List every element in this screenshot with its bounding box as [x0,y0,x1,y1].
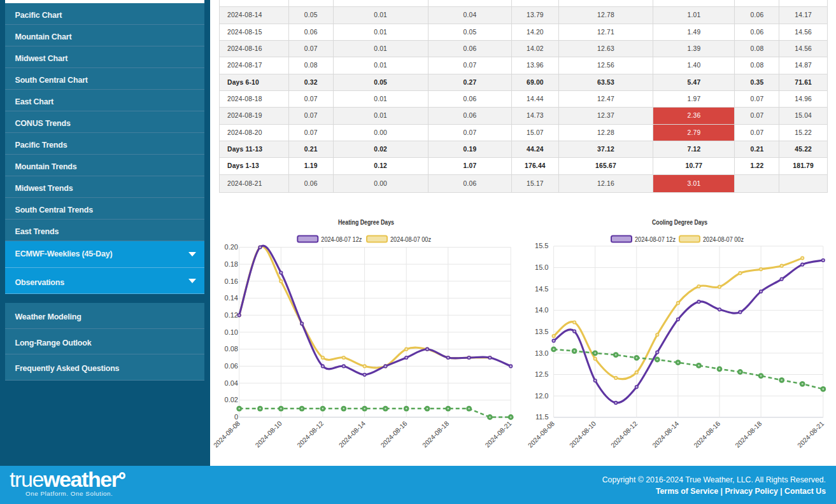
svg-text:2024-08-08: 2024-08-08 [212,419,242,449]
svg-text:0.16: 0.16 [225,277,238,285]
svg-text:15.0: 15.0 [535,263,548,271]
svg-text:2024-08-16: 2024-08-16 [692,419,722,449]
svg-text:0.06: 0.06 [225,362,238,370]
svg-text:12.0: 12.0 [535,392,548,400]
svg-text:2024-08-10: 2024-08-10 [568,419,598,449]
svg-text:2024-08-18: 2024-08-18 [421,419,451,449]
svg-text:2024-08-21: 2024-08-21 [796,419,826,449]
svg-text:14.5: 14.5 [535,285,548,293]
svg-text:2024-08-07 12z: 2024-08-07 12z [321,235,362,243]
svg-text:0.20: 0.20 [225,243,238,251]
svg-text:0.08: 0.08 [225,345,238,353]
svg-text:13.0: 13.0 [535,349,548,357]
svg-text:2024-08-08: 2024-08-08 [527,419,556,449]
svg-text:15.5: 15.5 [535,242,548,249]
svg-text:2024-08-12: 2024-08-12 [609,419,639,449]
svg-text:12.5: 12.5 [535,370,548,378]
svg-text:2024-08-14: 2024-08-14 [651,419,681,449]
svg-text:0.18: 0.18 [225,260,238,268]
svg-text:13.5: 13.5 [535,328,548,335]
svg-text:2024-08-18: 2024-08-18 [733,419,763,449]
svg-text:0.04: 0.04 [225,379,238,387]
svg-text:2024-08-12: 2024-08-12 [295,419,325,449]
svg-text:2024-08-07 00z: 2024-08-07 00z [390,235,431,243]
svg-text:Cooling Degree Days: Cooling Degree Days [652,218,707,226]
svg-text:2024-08-16: 2024-08-16 [379,419,409,449]
svg-text:0.10: 0.10 [225,328,238,336]
svg-text:0.14: 0.14 [225,294,238,302]
svg-text:2024-08-10: 2024-08-10 [253,419,283,449]
svg-text:14.0: 14.0 [535,306,548,314]
svg-text:0.12: 0.12 [225,311,238,319]
svg-text:2024-08-07 00z: 2024-08-07 00z [703,235,744,243]
svg-text:11.5: 11.5 [535,413,549,421]
svg-text:0.02: 0.02 [225,396,238,403]
svg-text:2024-08-21: 2024-08-21 [483,419,513,449]
svg-text:2024-08-07 12z: 2024-08-07 12z [635,235,676,243]
svg-text:Heating Degree Days: Heating Degree Days [338,218,394,226]
svg-text:2024-08-14: 2024-08-14 [337,419,367,449]
